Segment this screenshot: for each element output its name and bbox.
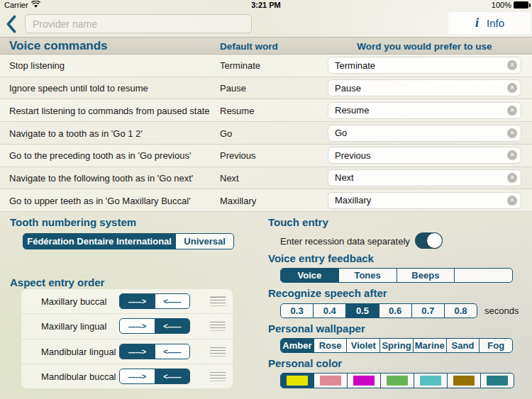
aspect-backward-option[interactable]: <------ xyxy=(155,319,190,333)
personal-color-segmented xyxy=(280,373,514,388)
aspect-backward-option[interactable]: <------ xyxy=(155,369,190,383)
drag-handle-icon[interactable] xyxy=(210,322,226,331)
info-button[interactable]: i Info xyxy=(448,12,531,34)
clear-icon[interactable]: ✕ xyxy=(507,150,517,160)
aspect-direction-segmented: ------> <------ xyxy=(119,344,190,359)
voice-feedback-title: Voice entry feedback xyxy=(268,252,374,264)
aspect-direction-segmented: ------> <------ xyxy=(119,318,190,334)
preferred-word-input[interactable] xyxy=(328,169,521,186)
clear-icon[interactable]: ✕ xyxy=(507,106,517,116)
speech-delay-option[interactable]: 0.5 xyxy=(345,304,378,317)
settings-screen: Carrier 3:21 PM 100% i Info Voice comman… xyxy=(0,0,532,399)
clear-icon[interactable]: ✕ xyxy=(507,173,517,183)
aspect-direction-segmented: ------> <------ xyxy=(119,369,190,384)
clear-icon[interactable]: ✕ xyxy=(507,60,517,70)
aspect-forward-option[interactable]: ------> xyxy=(120,319,155,333)
drag-handle-icon[interactable] xyxy=(210,347,226,356)
color-swatch-option[interactable] xyxy=(480,373,514,388)
speech-delay-option[interactable]: 0.6 xyxy=(379,304,411,317)
color-swatch-option[interactable] xyxy=(380,373,414,388)
tooth-numbering-option[interactable]: Universal xyxy=(175,234,233,249)
wallpaper-option[interactable]: Fog xyxy=(479,339,512,352)
voice-feedback-option[interactable]: Tones xyxy=(338,269,397,282)
color-swatch-option[interactable] xyxy=(314,373,347,388)
voice-commands-table: Voice commands Default word Word you wou… xyxy=(0,37,532,212)
aspect-entry-row: Mandibular lingual ------> <------ xyxy=(21,339,233,364)
recognize-speech-segmented: 0.30.40.50.60.70.8 xyxy=(280,303,477,318)
tooth-numbering-title: Tooth numbering system xyxy=(10,216,136,228)
aspect-forward-option[interactable]: ------> xyxy=(120,294,155,308)
clear-icon[interactable]: ✕ xyxy=(507,128,517,138)
voice-command-row: Restart listening to commands from pause… xyxy=(0,99,532,122)
voice-command-row: Navigate to the following tooth as in 'G… xyxy=(0,167,532,190)
preferred-word-field: ✕ xyxy=(328,169,521,186)
voice-feedback-option[interactable]: Beeps xyxy=(397,269,455,282)
info-button-label: Info xyxy=(487,17,504,29)
aspect-entry-card: Maxillary buccal ------> <------ Maxilla… xyxy=(21,289,233,388)
color-swatch xyxy=(453,376,475,386)
aspect-row-label: Maxillary lingual xyxy=(41,321,106,332)
wallpaper-option[interactable]: Amber xyxy=(281,339,314,352)
clear-icon[interactable]: ✕ xyxy=(507,196,517,206)
command-default-word: Next xyxy=(220,172,239,183)
preferred-word-input[interactable] xyxy=(328,102,521,119)
recognize-speech-title: Recognize speech after xyxy=(268,287,387,299)
preferred-word-field: ✕ xyxy=(328,57,521,74)
wallpaper-option[interactable]: Spring xyxy=(379,339,413,352)
tooth-numbering-segmented: Fédération Dentaire InternationalUnivers… xyxy=(23,233,234,249)
voice-command-row: Navigate to a tooth as in 'Go 1 2' Go ✕ xyxy=(0,122,532,145)
wallpaper-option[interactable]: Sand xyxy=(446,339,480,352)
aspect-entry-row: Mandibular buccal ------> <------ xyxy=(21,364,233,388)
preferred-word-field: ✕ xyxy=(328,125,521,142)
command-description: Navigate to the following tooth as in 'G… xyxy=(9,172,193,183)
back-chevron-icon xyxy=(6,15,16,33)
wallpaper-option[interactable]: Rose xyxy=(314,339,347,352)
color-swatch-option[interactable] xyxy=(347,373,380,388)
voice-commands-rows: Stop listening Terminate ✕ Ignore speech… xyxy=(0,55,532,212)
drag-handle-icon[interactable] xyxy=(210,371,226,381)
battery-icon xyxy=(514,1,528,9)
aspect-backward-option[interactable]: <------ xyxy=(155,294,190,308)
aspect-forward-option[interactable]: ------> xyxy=(120,369,155,383)
wallpaper-option[interactable]: Marine xyxy=(413,339,446,352)
aspect-forward-option[interactable]: ------> xyxy=(120,344,155,359)
command-default-word: Pause xyxy=(220,83,246,94)
command-description: Go to upper teeth as in 'Go Maxillary Bu… xyxy=(9,195,191,206)
command-default-word: Previous xyxy=(220,150,256,161)
tooth-numbering-option[interactable]: Fédération Dentaire International xyxy=(23,234,175,249)
preferred-word-input[interactable] xyxy=(328,79,521,96)
provider-name-input[interactable] xyxy=(25,14,252,33)
color-swatch-option[interactable] xyxy=(447,373,480,388)
preferred-word-input[interactable] xyxy=(328,192,521,209)
speech-delay-option[interactable]: 0.7 xyxy=(411,304,444,317)
recession-toggle[interactable] xyxy=(415,232,443,249)
speech-delay-option[interactable]: 0.4 xyxy=(313,304,345,317)
clock-label: 3:21 PM xyxy=(0,1,532,9)
back-button[interactable] xyxy=(6,14,21,34)
color-swatch-option[interactable] xyxy=(414,373,447,388)
command-description: Navigate to a tooth as in 'Go 1 2' xyxy=(9,128,143,138)
speech-delay-option[interactable]: 0.8 xyxy=(444,304,477,317)
preferred-word-input[interactable] xyxy=(328,125,521,142)
voice-feedback-segmented: VoiceTonesBeeps xyxy=(280,268,513,283)
preferred-word-input[interactable] xyxy=(328,147,521,164)
voice-command-row: Go to the preceding tooth as in 'Go prev… xyxy=(0,145,532,167)
preferred-word-input[interactable] xyxy=(328,57,521,74)
aspect-entry-title: Aspect entry order xyxy=(10,276,104,288)
voice-feedback-option[interactable] xyxy=(454,269,512,282)
speech-delay-option[interactable]: 0.3 xyxy=(281,304,313,317)
command-default-word: Resume xyxy=(220,105,254,116)
drag-handle-icon[interactable] xyxy=(210,297,226,306)
status-bar: Carrier 3:21 PM 100% xyxy=(0,0,532,11)
preferred-word-field: ✕ xyxy=(328,192,521,209)
color-swatch-option[interactable] xyxy=(281,373,314,388)
command-description: Go to the preceding tooth as in 'Go prev… xyxy=(9,150,191,161)
voice-feedback-option[interactable]: Voice xyxy=(281,269,338,282)
battery-percent-label: 100% xyxy=(492,1,511,9)
clear-icon[interactable]: ✕ xyxy=(507,83,517,93)
aspect-backward-option[interactable]: <------ xyxy=(155,344,190,359)
color-swatch xyxy=(420,376,441,386)
nav-bar: i Info xyxy=(0,11,532,37)
personal-color-title: Personal color xyxy=(268,357,342,369)
wallpaper-option[interactable]: Violet xyxy=(346,339,379,352)
